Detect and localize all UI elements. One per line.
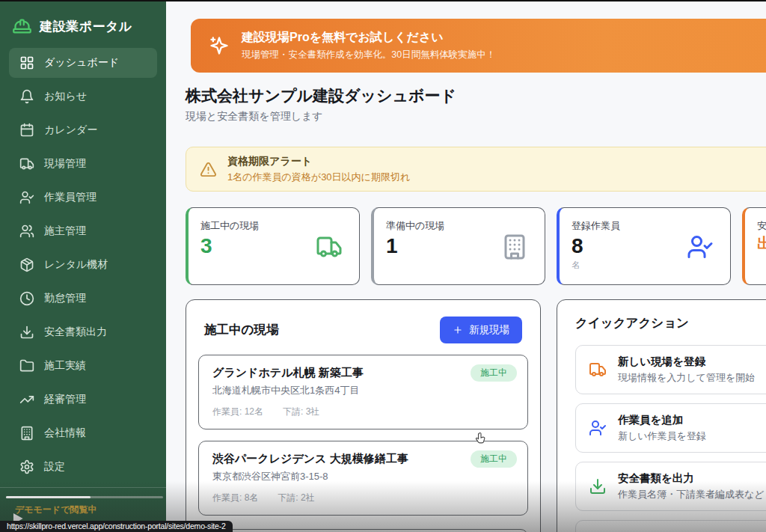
folder-icon [19, 358, 34, 373]
bell-icon [19, 89, 34, 104]
site-workers: 作業員: 12名 [212, 406, 263, 418]
site-subcontractors: 下請: 3社 [283, 406, 319, 418]
quick-action-register-site[interactable]: 新しい現場を登録 現場情報を入力して管理を開始 [575, 345, 766, 394]
truck-icon [589, 361, 607, 379]
calendar-icon [19, 123, 34, 138]
sidebar-item-company-info[interactable]: 会社情報 [9, 418, 157, 448]
download-icon [19, 325, 34, 340]
app-logo: 建設業ポータル [0, 1, 166, 45]
sidebar-footer-divider [0, 487, 166, 488]
new-site-button[interactable]: 新規現場 [440, 317, 522, 343]
sidebar-item-rental-equipment[interactable]: レンタル機材 [9, 250, 157, 280]
hard-hat-icon [12, 16, 32, 37]
status-badge: 施工中 [471, 364, 517, 382]
quick-action-subtitle: 新しい作業員を登録 [618, 429, 706, 443]
new-site-button-label: 新規現場 [469, 323, 509, 337]
site-address: 東京都渋谷区神宮前3-15-8 [212, 470, 514, 483]
promo-banner-subtitle: 現場管理・安全書類作成を効率化。30日間無料体験実施中！ [242, 49, 495, 61]
sidebar-item-attendance[interactable]: 勤怠管理 [9, 284, 157, 314]
building-icon [501, 233, 528, 260]
grid-icon [19, 55, 34, 70]
sidebar-nav: ダッシュボード お知らせ カレンダー 現場管理 作業員管理 施主管理 レンタル機… [0, 45, 166, 489]
sidebar-item-construction-records[interactable]: 施工実績 [9, 351, 157, 381]
stat-value: 出 [757, 235, 766, 251]
app-title: 建設業ポータル [40, 18, 132, 35]
sidebar-item-dashboard[interactable]: ダッシュボード [9, 48, 157, 78]
alert-message: 1名の作業員の資格が30日以内に期限切れ [227, 171, 410, 184]
sidebar-item-label: 勤怠管理 [44, 292, 86, 305]
sidebar-item-label: お知らせ [44, 90, 87, 103]
sparkles-icon [209, 35, 230, 56]
site-subcontractors: 下請: 2社 [278, 492, 314, 504]
site-name: 渋谷パークレジデンス 大規模修繕工事 [212, 452, 514, 466]
sidebar-item-label: 設定 [44, 460, 65, 474]
quick-action-title: 安全書類を出力 [618, 471, 765, 486]
sidebar-item-label: 現場管理 [44, 157, 86, 171]
sidebar-item-keishin-management[interactable]: 経審管理 [9, 385, 157, 415]
sidebar-item-label: 経審管理 [44, 393, 86, 406]
stat-label: 施工中の現場 [200, 219, 347, 233]
sidebar-item-calendar[interactable]: カレンダー [9, 115, 157, 145]
truck-icon [316, 233, 343, 260]
quick-actions-title: クイックアクション [575, 315, 766, 331]
main-content: 建設現場Proを無料でお試しください 現場管理・安全書類作成を効率化。30日間無… [166, 1, 766, 532]
demo-mode-label: デモモードで閲覧中 [15, 504, 96, 516]
quick-action-clipped[interactable] [575, 520, 766, 532]
site-address: 北海道札幌市中央区北1条西4丁目 [212, 384, 514, 397]
stat-card-registered-workers[interactable]: 登録作業員 8 名 [557, 207, 731, 285]
site-workers: 作業員: 8名 [212, 492, 258, 504]
user-check-icon [687, 233, 714, 260]
sidebar-item-label: 施主管理 [44, 224, 86, 238]
site-card[interactable]: グランドホテル札幌 新築工事 北海道札幌市中央区北1条西4丁目 作業員: 12名… [198, 355, 528, 429]
sidebar-item-label: 作業員管理 [44, 191, 96, 204]
sidebar-item-label: レンタル機材 [44, 258, 108, 272]
stat-unit: 名 [572, 260, 718, 271]
sidebar-item-label: 安全書類出力 [44, 325, 107, 339]
user-check-icon [589, 419, 607, 437]
truck-icon [19, 156, 34, 171]
quick-action-title: 作業員を追加 [618, 413, 706, 427]
building-icon [19, 426, 34, 441]
video-progress-bar[interactable] [6, 496, 163, 498]
package-icon [19, 257, 34, 272]
clock-icon [19, 291, 34, 306]
quick-actions-panel: クイックアクション 新しい現場を登録 現場情報を入力して管理を開始 作業員を追加… [557, 299, 766, 532]
stat-card-active-sites[interactable]: 施工中の現場 3 [186, 207, 360, 285]
quick-action-subtitle: 現場情報を入力して管理を開始 [618, 371, 755, 385]
sidebar-item-safety-docs-export[interactable]: 安全書類出力 [9, 317, 157, 347]
sidebar-item-label: カレンダー [44, 123, 97, 137]
quick-action-add-worker[interactable]: 作業員を追加 新しい作業員を登録 [575, 403, 766, 453]
sidebar-item-settings[interactable]: 設定 [9, 452, 157, 482]
sidebar-item-notices[interactable]: お知らせ [9, 82, 157, 111]
stat-label: 安 [757, 219, 766, 233]
site-name: グランドホテル札幌 新築工事 [212, 366, 514, 380]
sidebar-item-worker-management[interactable]: 作業員管理 [9, 183, 157, 213]
site-card[interactable]: 渋谷パークレジデンス 大規模修繕工事 東京都渋谷区神宮前3-15-8 作業員: … [198, 441, 528, 516]
sidebar-item-label: ダッシュボード [44, 56, 119, 70]
quick-action-subtitle: 作業員名簿・下請業者編成表など [618, 488, 765, 501]
users-icon [19, 224, 34, 239]
promo-banner-title: 建設現場Proを無料でお試しください [242, 30, 495, 46]
sidebar: 建設業ポータル ダッシュボード お知らせ カレンダー 現場管理 作業員管理 施主… [0, 1, 166, 532]
active-sites-panel: 施工中の現場 新規現場 グランドホテル札幌 新築工事 北海道札幌市中央区北1条西… [186, 299, 541, 532]
sidebar-item-site-management[interactable]: 現場管理 [9, 149, 157, 179]
sidebar-item-label: 会社情報 [44, 426, 86, 440]
user-check-icon [19, 190, 34, 205]
video-progress-fill [6, 496, 91, 498]
qualification-alert: 資格期限アラート 1名の作業員の資格が30日以内に期限切れ [186, 147, 766, 192]
sidebar-item-label: 施工実績 [44, 359, 86, 373]
stat-label: 登録作業員 [572, 219, 718, 233]
quick-action-export-safety-docs[interactable]: 安全書類を出力 作業員名簿・下請業者編成表など [575, 462, 766, 511]
warning-triangle-icon [200, 161, 217, 178]
active-sites-panel-title: 施工中の現場 [204, 322, 278, 338]
stat-card-preparing-sites[interactable]: 準備中の現場 1 [371, 207, 545, 285]
quick-action-title: 新しい現場を登録 [618, 355, 755, 369]
site-card[interactable]: ール船橋 増築工事 施工中 [198, 529, 528, 532]
page-subtitle: 現場と安全書類を管理します [186, 110, 323, 123]
promo-banner[interactable]: 建設現場Proを無料でお試しください 現場管理・安全書類作成を効率化。30日間無… [191, 19, 766, 73]
stat-card-safety-docs-clipped[interactable]: 安 出 [742, 207, 766, 285]
sidebar-item-owner-management[interactable]: 施主管理 [9, 216, 157, 246]
trending-up-icon [19, 392, 34, 407]
stat-label: 準備中の現場 [386, 219, 533, 233]
stat-cards-row: 施工中の現場 3 準備中の現場 1 登録作業員 8 名 安 出 [186, 207, 766, 285]
